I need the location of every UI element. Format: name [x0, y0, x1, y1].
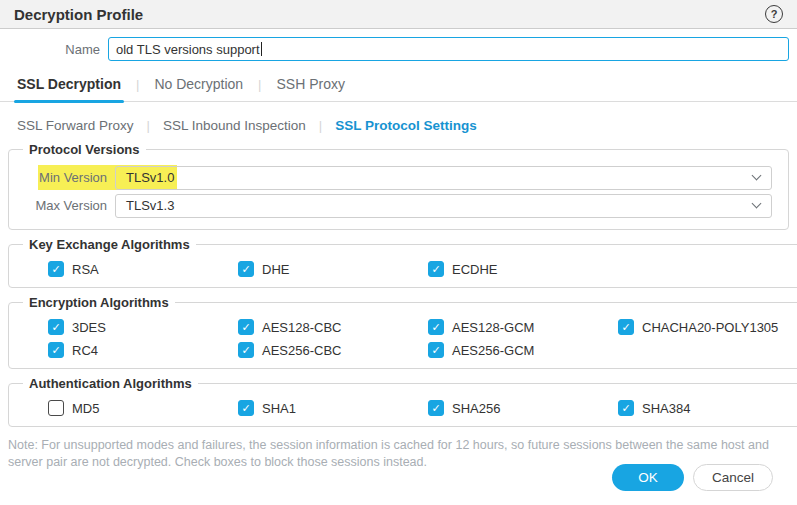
checkbox-unchecked-icon — [48, 400, 64, 416]
tab-separator: | — [246, 77, 273, 101]
checkbox-sha384[interactable]: ✓SHA384 — [618, 400, 797, 416]
checkbox-dhe[interactable]: ✓DHE — [238, 261, 428, 277]
min-version-label: Min Version — [19, 170, 115, 185]
max-version-label: Max Version — [19, 198, 115, 213]
checkbox-label: ECDHE — [452, 262, 498, 277]
checkbox-checked-icon: ✓ — [618, 319, 634, 335]
chevron-down-icon — [752, 199, 762, 209]
checkbox-label: AES256-CBC — [262, 343, 341, 358]
checkbox-aes128-cbc[interactable]: ✓AES128-CBC — [238, 319, 428, 335]
name-row: Name old TLS versions support — [8, 37, 789, 61]
checkbox-checked-icon: ✓ — [48, 261, 64, 277]
checkbox-label: MD5 — [72, 401, 99, 416]
protocol-versions-legend: Protocol Versions — [23, 142, 146, 157]
subtab-ssl-protocol-settings[interactable]: SSL Protocol Settings — [335, 118, 477, 133]
encryption-legend: Encryption Algorithms — [23, 295, 175, 310]
checkbox-checked-icon: ✓ — [618, 400, 634, 416]
ok-button[interactable]: OK — [612, 464, 684, 491]
min-version-dropdown[interactable]: TLSv1.0 — [115, 166, 772, 190]
checkbox-checked-icon: ✓ — [238, 342, 254, 358]
dialog-footer: OK Cancel — [612, 464, 773, 491]
encryption-checkbox-grid: ✓3DES✓AES128-CBC✓AES128-GCM✓CHACHA20-POL… — [19, 315, 797, 360]
min-version-value: TLSv1.0 — [126, 170, 174, 185]
tab-separator: | — [124, 77, 151, 101]
checkbox-label: AES256-GCM — [452, 343, 534, 358]
checkbox-chacha20-poly1305[interactable]: ✓CHACHA20-POLY1305 — [618, 319, 797, 335]
checkbox-checked-icon: ✓ — [238, 261, 254, 277]
dialog-title: Decryption Profile — [14, 6, 143, 23]
checkbox-label: DHE — [262, 262, 289, 277]
max-version-dropdown[interactable]: TLSv1.3 — [115, 194, 772, 218]
main-tab-bar: SSL Decryption | No Decryption | SSH Pro… — [0, 73, 797, 102]
authentication-checkbox-grid: MD5✓SHA1✓SHA256✓SHA384 — [19, 396, 797, 418]
tab-ssl-decryption[interactable]: SSL Decryption — [14, 76, 124, 101]
checkbox-label: RC4 — [72, 343, 98, 358]
checkbox-rsa[interactable]: ✓RSA — [48, 261, 238, 277]
checkbox-label: RSA — [72, 262, 99, 277]
subtab-separator: | — [134, 118, 163, 133]
key-exchange-checkbox-grid: ✓RSA✓DHE✓ECDHE — [19, 257, 797, 279]
checkbox-aes256-cbc[interactable]: ✓AES256-CBC — [238, 342, 428, 358]
protocol-versions-section: Protocol Versions Min Version TLSv1.0 Ma… — [8, 142, 789, 230]
checkbox-label: AES128-CBC — [262, 320, 341, 335]
key-exchange-legend: Key Exchange Algorithms — [23, 237, 196, 252]
checkbox-checked-icon: ✓ — [428, 400, 444, 416]
checkbox-checked-icon: ✓ — [428, 319, 444, 335]
checkbox-checked-icon: ✓ — [48, 342, 64, 358]
checkbox-sha256[interactable]: ✓SHA256 — [428, 400, 618, 416]
checkbox-label: AES128-GCM — [452, 320, 534, 335]
name-input[interactable]: old TLS versions support — [108, 37, 789, 61]
subtab-ssl-inbound-inspection[interactable]: SSL Inbound Inspection — [163, 118, 306, 133]
key-exchange-section: Key Exchange Algorithms ✓RSA✓DHE✓ECDHE — [8, 237, 797, 288]
subtab-ssl-forward-proxy[interactable]: SSL Forward Proxy — [17, 118, 134, 133]
checkbox-label: SHA1 — [262, 401, 296, 416]
text-cursor — [261, 42, 262, 56]
checkbox-checked-icon: ✓ — [238, 319, 254, 335]
name-input-value: old TLS versions support — [116, 42, 260, 57]
cancel-button[interactable]: Cancel — [693, 464, 773, 491]
dialog-header: Decryption Profile ? — [0, 0, 797, 29]
checkbox-ecdhe[interactable]: ✓ECDHE — [428, 261, 618, 277]
checkbox-checked-icon: ✓ — [428, 261, 444, 277]
checkbox-sha1[interactable]: ✓SHA1 — [238, 400, 428, 416]
min-version-row: Min Version TLSv1.0 — [19, 165, 778, 190]
authentication-section: Authentication Algorithms MD5✓SHA1✓SHA25… — [8, 376, 797, 427]
tab-no-decryption[interactable]: No Decryption — [151, 76, 246, 101]
help-icon[interactable]: ? — [765, 5, 783, 23]
checkbox-label: CHACHA20-POLY1305 — [642, 320, 778, 335]
checkbox-label: 3DES — [72, 320, 106, 335]
max-version-value: TLSv1.3 — [126, 198, 174, 213]
checkbox-md5[interactable]: MD5 — [48, 400, 238, 416]
sub-tab-bar: SSL Forward Proxy | SSL Inbound Inspecti… — [17, 115, 797, 135]
name-field-label: Name — [8, 42, 108, 57]
subtab-separator: | — [306, 118, 335, 133]
max-version-row: Max Version TLSv1.3 — [19, 193, 778, 218]
checkbox-checked-icon: ✓ — [48, 319, 64, 335]
checkbox-aes256-gcm[interactable]: ✓AES256-GCM — [428, 342, 618, 358]
checkbox-checked-icon: ✓ — [238, 400, 254, 416]
checkbox-label: SHA384 — [642, 401, 690, 416]
checkbox-3des[interactable]: ✓3DES — [48, 319, 238, 335]
tab-ssh-proxy[interactable]: SSH Proxy — [273, 76, 347, 101]
checkbox-rc4[interactable]: ✓RC4 — [48, 342, 238, 358]
checkbox-aes128-gcm[interactable]: ✓AES128-GCM — [428, 319, 618, 335]
checkbox-label: SHA256 — [452, 401, 500, 416]
authentication-legend: Authentication Algorithms — [23, 376, 198, 391]
chevron-down-icon — [752, 171, 762, 181]
checkbox-checked-icon: ✓ — [428, 342, 444, 358]
encryption-section: Encryption Algorithms ✓3DES✓AES128-CBC✓A… — [8, 295, 797, 369]
